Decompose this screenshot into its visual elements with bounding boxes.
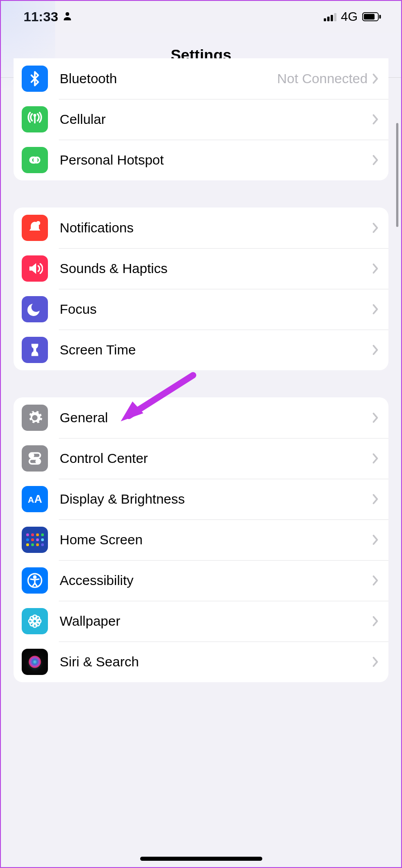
person-icon: [62, 9, 73, 24]
row-label: Notifications: [60, 220, 372, 236]
status-time: 11:33: [24, 9, 58, 24]
settings-row-control-center[interactable]: Control Center: [14, 438, 388, 479]
settings-row-cellular[interactable]: Cellular: [14, 99, 388, 140]
home-indicator[interactable]: [140, 857, 262, 861]
settings-row-siri[interactable]: Siri & Search: [14, 642, 388, 682]
battery-icon: [362, 9, 381, 24]
row-label: Home Screen: [60, 532, 372, 547]
chevron-right-icon: [372, 534, 378, 545]
svg-point-19: [34, 576, 36, 578]
chevron-right-icon: [372, 494, 378, 505]
row-value: Not Connected: [277, 71, 368, 86]
focus-icon: [22, 296, 48, 322]
settings-row-home-screen[interactable]: Home Screen: [14, 519, 388, 560]
settings-row-notifications[interactable]: Notifications: [14, 208, 388, 248]
svg-point-13: [31, 454, 33, 457]
settings-row-sounds[interactable]: Sounds & Haptics: [14, 248, 388, 289]
svg-rect-6: [364, 14, 375, 20]
screen-time-icon: [22, 337, 48, 363]
general-icon: [22, 405, 48, 431]
row-label: Sounds & Haptics: [60, 261, 372, 276]
chevron-right-icon: [372, 344, 378, 355]
chevron-right-icon: [372, 616, 378, 627]
svg-text:A: A: [28, 495, 34, 505]
row-label: Focus: [60, 302, 372, 317]
notifications-icon: [22, 215, 48, 241]
status-bar: 11:33 4G: [1, 1, 401, 33]
cellular-signal-icon: [324, 9, 336, 24]
svg-rect-4: [334, 13, 336, 21]
row-label: Display & Brightness: [60, 491, 372, 507]
accessibility-icon: [22, 567, 48, 594]
svg-point-8: [34, 115, 36, 116]
svg-text:A: A: [34, 493, 42, 505]
row-label: Screen Time: [60, 342, 372, 358]
svg-rect-7: [379, 15, 381, 19]
display-icon: AA: [22, 486, 48, 512]
chevron-right-icon: [372, 222, 378, 233]
svg-point-15: [36, 460, 39, 463]
svg-rect-2: [327, 17, 329, 21]
settings-scroll-area[interactable]: Bluetooth Not Connected Cellular Persona…: [1, 79, 401, 867]
settings-row-personal-hotspot[interactable]: Personal Hotspot: [14, 140, 388, 180]
row-label: Personal Hotspot: [60, 152, 372, 168]
settings-group-general: General Control Center AA Display & Brig…: [14, 397, 388, 682]
chevron-right-icon: [372, 114, 378, 125]
row-label: Wallpaper: [60, 613, 372, 629]
chevron-right-icon: [372, 263, 378, 274]
svg-point-11: [36, 221, 40, 225]
row-label: Cellular: [60, 112, 372, 127]
settings-group-notifications: Notifications Sounds & Haptics Focus Scr…: [14, 208, 388, 370]
wallpaper-icon: [22, 608, 48, 634]
settings-group-connectivity: Bluetooth Not Connected Cellular Persona…: [14, 58, 388, 180]
chevron-right-icon: [372, 453, 378, 464]
scroll-indicator[interactable]: [396, 123, 398, 227]
home-screen-icon: [22, 527, 48, 553]
bluetooth-icon: [22, 66, 48, 92]
sounds-icon: [22, 255, 48, 282]
settings-row-screen-time[interactable]: Screen Time: [14, 330, 388, 370]
settings-row-wallpaper[interactable]: Wallpaper: [14, 601, 388, 642]
chevron-right-icon: [372, 412, 378, 423]
svg-point-25: [30, 617, 34, 621]
settings-row-focus[interactable]: Focus: [14, 289, 388, 330]
row-label: Bluetooth: [60, 71, 277, 86]
network-label: 4G: [341, 9, 358, 24]
svg-point-27: [30, 622, 34, 626]
svg-rect-1: [324, 19, 326, 21]
svg-point-28: [36, 622, 40, 626]
svg-point-29: [29, 656, 41, 668]
svg-rect-3: [331, 15, 333, 21]
svg-point-26: [36, 617, 40, 621]
chevron-right-icon: [372, 73, 378, 84]
chevron-right-icon: [372, 656, 378, 667]
cellular-icon: [22, 106, 48, 132]
settings-row-accessibility[interactable]: Accessibility: [14, 560, 388, 601]
chevron-right-icon: [372, 575, 378, 586]
chevron-right-icon: [372, 155, 378, 165]
siri-icon: [22, 649, 48, 675]
settings-row-bluetooth[interactable]: Bluetooth Not Connected: [14, 58, 388, 99]
chevron-right-icon: [372, 304, 378, 315]
row-label: Control Center: [60, 451, 372, 466]
row-label: General: [60, 410, 372, 425]
row-label: Accessibility: [60, 573, 372, 588]
hotspot-icon: [22, 147, 48, 173]
svg-point-0: [66, 12, 69, 16]
settings-row-general[interactable]: General: [14, 397, 388, 438]
settings-row-display[interactable]: AA Display & Brightness: [14, 479, 388, 519]
row-label: Siri & Search: [60, 654, 372, 670]
control-center-icon: [22, 445, 48, 472]
